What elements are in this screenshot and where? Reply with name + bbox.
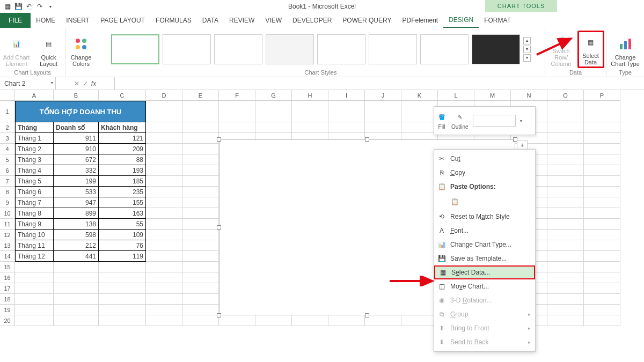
column-header[interactable]: E xyxy=(182,90,219,101)
styles-up-icon[interactable]: ▴ xyxy=(523,37,531,45)
row-header[interactable]: 11 xyxy=(0,219,15,230)
style-dropdown-icon[interactable]: ▾ xyxy=(520,119,522,123)
cell[interactable] xyxy=(584,187,620,197)
cell[interactable] xyxy=(146,144,182,154)
resize-handle[interactable] xyxy=(217,225,221,230)
cell[interactable] xyxy=(584,101,620,122)
tab-data[interactable]: DATA xyxy=(197,13,224,28)
chart-style-3[interactable] xyxy=(214,34,262,64)
change-chart-type-button[interactable]: Change Chart Type xyxy=(609,31,642,68)
redo-icon[interactable]: ↷ xyxy=(35,2,44,11)
cell[interactable] xyxy=(547,122,584,133)
row-header[interactable]: 19 xyxy=(0,305,15,315)
cell[interactable] xyxy=(547,219,584,230)
cell[interactable] xyxy=(365,122,401,133)
cell[interactable] xyxy=(365,101,401,122)
cell[interactable] xyxy=(547,101,584,122)
cell[interactable] xyxy=(54,294,99,305)
cell[interactable] xyxy=(146,272,182,283)
row-header[interactable]: 7 xyxy=(0,176,15,187)
cell[interactable] xyxy=(328,315,365,326)
table-cell[interactable]: 672 xyxy=(54,154,99,165)
cell[interactable] xyxy=(54,305,99,315)
chart-style-7[interactable] xyxy=(420,34,469,64)
cell[interactable] xyxy=(182,262,219,272)
resize-handle[interactable] xyxy=(217,313,221,317)
cell[interactable] xyxy=(584,122,620,133)
cell[interactable] xyxy=(146,219,182,230)
column-header[interactable]: N xyxy=(511,90,547,101)
column-header[interactable]: H xyxy=(292,90,328,101)
tab-format[interactable]: FORMAT xyxy=(479,13,516,28)
table-cell[interactable]: 911 xyxy=(54,133,99,144)
table-cell[interactable]: 899 xyxy=(54,208,99,219)
cell[interactable] xyxy=(584,197,620,208)
table-cell[interactable]: 163 xyxy=(99,208,146,219)
chart-style-2[interactable] xyxy=(163,34,211,64)
cell[interactable] xyxy=(146,240,182,251)
cell[interactable] xyxy=(15,315,54,326)
cell[interactable] xyxy=(255,315,292,326)
cell[interactable] xyxy=(146,176,182,187)
cell[interactable] xyxy=(401,122,438,133)
cell[interactable] xyxy=(15,283,54,294)
table-cell[interactable]: 212 xyxy=(54,240,99,251)
cell[interactable] xyxy=(584,240,620,251)
context-menu-item[interactable]: AFont... xyxy=(434,224,535,238)
switch-row-column-button[interactable]: ⇄ Switch Row/ Column xyxy=(547,31,575,68)
table-cell[interactable]: 598 xyxy=(54,230,99,240)
resize-handle[interactable] xyxy=(217,137,221,142)
cell[interactable] xyxy=(255,122,292,133)
column-header[interactable]: F xyxy=(219,90,255,101)
cell[interactable] xyxy=(584,154,620,165)
resize-handle[interactable] xyxy=(365,313,369,317)
cell[interactable] xyxy=(547,230,584,240)
cell[interactable] xyxy=(182,176,219,187)
context-menu-item[interactable]: 📋Paste Options: xyxy=(434,180,535,194)
cell[interactable] xyxy=(146,251,182,262)
chart-style-6[interactable] xyxy=(369,34,417,64)
table-cell[interactable]: 193 xyxy=(99,165,146,176)
save-icon[interactable]: 💾 xyxy=(14,2,23,11)
cell[interactable] xyxy=(15,272,54,283)
cell[interactable] xyxy=(15,294,54,305)
cell[interactable] xyxy=(292,101,328,122)
cell[interactable] xyxy=(146,165,182,176)
cell[interactable] xyxy=(182,187,219,197)
column-header[interactable]: G xyxy=(255,90,292,101)
context-menu-item[interactable]: ⟲Reset to Match Style xyxy=(434,210,535,224)
tab-design[interactable]: DESIGN xyxy=(443,13,479,28)
row-header[interactable]: 2 xyxy=(0,122,15,133)
add-chart-element-button[interactable]: 📊 Add Chart Element xyxy=(2,31,32,68)
chart-style-4[interactable] xyxy=(266,34,314,64)
cell[interactable] xyxy=(182,197,219,208)
cell[interactable] xyxy=(99,283,146,294)
tab-review[interactable]: REVIEW xyxy=(224,13,260,28)
column-header[interactable]: L xyxy=(438,90,474,101)
cell[interactable] xyxy=(219,122,255,133)
cell[interactable] xyxy=(182,208,219,219)
table-title[interactable]: TỔNG HỢP DOANH THU xyxy=(15,101,146,122)
cell[interactable] xyxy=(547,187,584,197)
table-cell[interactable]: Tháng 9 xyxy=(15,219,54,230)
table-cell[interactable]: 199 xyxy=(54,176,99,187)
table-cell[interactable]: 910 xyxy=(54,144,99,154)
column-header[interactable]: C xyxy=(99,90,146,101)
cell[interactable] xyxy=(182,122,219,133)
cell[interactable] xyxy=(182,315,219,326)
table-cell[interactable]: Tháng 2 xyxy=(15,144,54,154)
table-cell[interactable]: 55 xyxy=(99,219,146,230)
table-cell[interactable]: Tháng 3 xyxy=(15,154,54,165)
name-box-dropdown-icon[interactable]: ▾ xyxy=(51,80,53,85)
cell[interactable] xyxy=(146,305,182,315)
cell[interactable] xyxy=(584,219,620,230)
styles-more-icon[interactable]: ▾ xyxy=(523,54,531,62)
cell[interactable] xyxy=(365,315,401,326)
table-cell[interactable]: Tháng 10 xyxy=(15,230,54,240)
tab-insert[interactable]: INSERT xyxy=(61,13,95,28)
qat-dropdown-icon[interactable]: ▾ xyxy=(46,2,55,11)
cell[interactable] xyxy=(547,294,584,305)
cell[interactable] xyxy=(547,240,584,251)
table-header-cell[interactable]: Doanh số xyxy=(54,122,99,133)
table-cell[interactable]: Tháng 1 xyxy=(15,133,54,144)
